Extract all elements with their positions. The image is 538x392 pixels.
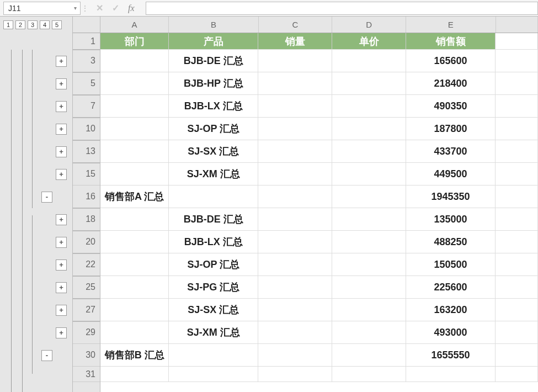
cell[interactable] [100,95,169,117]
cell[interactable]: SJ-PG 汇总 [169,276,258,298]
cell[interactable] [406,367,496,382]
cell[interactable]: 449500 [406,163,496,185]
row-header[interactable]: 5 [73,72,100,95]
fx-icon[interactable]: fx [128,3,140,13]
cancel-icon[interactable]: ✕ [96,3,103,13]
cell[interactable]: 490350 [406,95,496,117]
cell[interactable] [100,276,169,298]
cell[interactable] [496,276,538,298]
cell[interactable] [100,140,169,162]
cell[interactable] [496,118,538,140]
cell[interactable] [100,299,169,321]
header-cell-product[interactable]: 产品 [169,33,258,49]
cell[interactable] [496,321,538,343]
cell[interactable] [100,208,169,230]
outline-expand-button[interactable]: + [56,259,67,271]
outline-level-1[interactable]: 1 [3,20,13,29]
cell[interactable] [332,321,406,343]
outline-expand-button[interactable]: + [56,146,67,157]
outline-level-2[interactable]: 2 [15,20,25,29]
cell[interactable] [332,50,406,72]
column-header-b[interactable]: B [169,17,258,33]
cell[interactable] [332,231,406,253]
cell[interactable] [258,299,332,321]
cell[interactable] [496,163,538,185]
cell[interactable]: SJ-SX 汇总 [169,140,258,162]
cell[interactable] [258,344,332,366]
outline-expand-button[interactable]: + [56,214,67,225]
cell[interactable] [258,186,332,208]
cell[interactable] [332,299,406,321]
cell[interactable] [332,95,406,117]
cell[interactable]: 150500 [406,253,496,276]
outline-expand-button[interactable]: + [56,282,67,293]
cell[interactable] [100,253,169,276]
cell[interactable] [258,208,332,230]
outline-collapse-button[interactable]: - [41,350,52,361]
column-header-a[interactable]: A [100,17,169,33]
cell[interactable]: BJB-DE 汇总 [169,50,258,72]
cell[interactable]: 433700 [406,140,496,162]
cell[interactable] [169,367,258,382]
cell[interactable]: BJB-HP 汇总 [169,72,258,94]
outline-collapse-button[interactable]: - [41,192,52,203]
cell[interactable] [332,344,406,366]
outline-expand-button[interactable]: + [56,327,67,338]
cell[interactable] [258,253,332,276]
cell[interactable] [496,140,538,162]
cell[interactable] [258,140,332,162]
header-cell-qty[interactable]: 销量 [258,33,332,49]
cell[interactable] [496,231,538,253]
row-header[interactable]: 1 [73,33,100,50]
cell[interactable]: BJB-LX 汇总 [169,231,258,253]
cell[interactable] [169,344,258,366]
cell[interactable] [100,231,169,253]
confirm-icon[interactable]: ✓ [112,3,119,13]
cell[interactable] [100,118,169,140]
cell[interactable] [496,72,538,94]
row-header[interactable]: 15 [73,163,100,186]
cell[interactable] [332,140,406,162]
outline-expand-button[interactable]: + [56,305,67,316]
cell[interactable]: 1655550 [406,344,496,366]
formula-input[interactable] [146,2,538,15]
row-header[interactable]: 7 [73,95,100,118]
column-header-e[interactable]: E [406,17,496,33]
outline-level-3[interactable]: 3 [28,20,38,29]
cell[interactable] [332,253,406,276]
outline-level-5[interactable]: 5 [52,20,62,29]
cell[interactable] [100,50,169,72]
cell[interactable]: SJ-OP 汇总 [169,253,258,276]
cell[interactable]: BJB-DE 汇总 [169,208,258,230]
cell[interactable]: SJ-XM 汇总 [169,163,258,185]
cell[interactable]: SJ-XM 汇总 [169,321,258,343]
cell[interactable]: 218400 [406,72,496,94]
cell[interactable] [258,50,332,72]
row-header[interactable]: 10 [73,118,100,140]
row-header[interactable]: 20 [73,231,100,253]
cell[interactable] [100,72,169,94]
row-header[interactable]: 13 [73,140,100,163]
cell[interactable] [496,50,538,72]
cell[interactable] [496,367,538,382]
header-cell-sales[interactable]: 销售额 [406,33,496,49]
row-header[interactable]: 3 [73,50,100,72]
column-header-d[interactable]: D [332,17,406,33]
cell[interactable] [332,72,406,94]
column-header-c[interactable]: C [259,17,333,33]
cell[interactable] [496,208,538,230]
row-header[interactable]: 16 [73,186,100,208]
cell[interactable]: SJ-SX 汇总 [169,299,258,321]
cell[interactable]: 488250 [406,231,496,253]
cell[interactable] [496,253,538,276]
outline-expand-button[interactable]: + [56,101,67,112]
row-header[interactable]: 25 [73,276,100,299]
cell[interactable] [496,186,538,208]
column-header-f[interactable] [496,17,538,33]
cell[interactable]: 225600 [406,276,496,298]
cell[interactable]: BJB-LX 汇总 [169,95,258,117]
cell[interactable] [258,118,332,140]
cell[interactable] [258,276,332,298]
cell[interactable] [100,163,169,185]
cell[interactable] [100,367,169,382]
